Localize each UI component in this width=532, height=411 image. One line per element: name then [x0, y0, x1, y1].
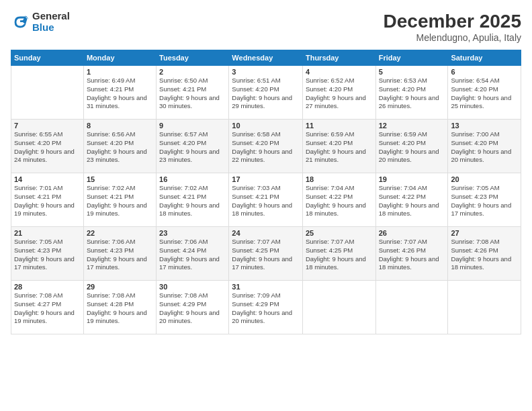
table-cell: 1Sunrise: 6:49 AM Sunset: 4:21 PM Daylig… [83, 66, 156, 120]
table-cell: 16Sunrise: 7:02 AM Sunset: 4:21 PM Dayli… [157, 173, 229, 227]
day-number: 1 [87, 68, 153, 76]
table-cell: 4Sunrise: 6:52 AM Sunset: 4:20 PM Daylig… [302, 66, 375, 120]
table-cell: 15Sunrise: 7:02 AM Sunset: 4:21 PM Dayli… [83, 173, 156, 227]
table-cell: 13Sunrise: 7:00 AM Sunset: 4:20 PM Dayli… [448, 120, 521, 173]
day-number: 7 [14, 122, 81, 130]
day-info: Sunrise: 6:57 AM Sunset: 4:20 PM Dayligh… [159, 130, 226, 165]
day-info: Sunrise: 6:52 AM Sunset: 4:20 PM Dayligh… [306, 77, 373, 111]
day-info: Sunrise: 7:08 AM Sunset: 4:27 PM Dayligh… [14, 291, 81, 326]
table-cell: 29Sunrise: 7:08 AM Sunset: 4:28 PM Dayli… [83, 281, 156, 334]
table-cell: 21Sunrise: 7:05 AM Sunset: 4:23 PM Dayli… [11, 227, 84, 281]
day-info: Sunrise: 7:05 AM Sunset: 4:23 PM Dayligh… [451, 184, 518, 218]
day-info: Sunrise: 7:03 AM Sunset: 4:21 PM Dayligh… [232, 184, 300, 218]
day-info: Sunrise: 7:01 AM Sunset: 4:21 PM Dayligh… [14, 184, 81, 218]
day-number: 8 [87, 122, 153, 130]
table-cell: 23Sunrise: 7:06 AM Sunset: 4:24 PM Dayli… [157, 227, 229, 281]
day-number: 10 [232, 122, 300, 130]
day-number: 19 [379, 175, 445, 183]
day-info: Sunrise: 7:02 AM Sunset: 4:21 PM Dayligh… [159, 184, 226, 218]
title-block: December 2025 Melendugno, Apulia, Italy [384, 11, 521, 43]
day-number: 4 [306, 68, 373, 76]
table-cell: 3Sunrise: 6:51 AM Sunset: 4:20 PM Daylig… [229, 66, 303, 120]
week-row-0: 1Sunrise: 6:49 AM Sunset: 4:21 PM Daylig… [11, 66, 521, 120]
day-number: 18 [306, 175, 373, 183]
day-number: 20 [451, 175, 518, 183]
header-tuesday: Tuesday [157, 50, 229, 66]
day-info: Sunrise: 7:09 AM Sunset: 4:29 PM Dayligh… [232, 291, 300, 326]
header-sunday: Sunday [11, 50, 84, 66]
table-cell [302, 281, 375, 334]
day-number: 29 [87, 283, 153, 291]
day-number: 13 [451, 122, 518, 130]
header: General Blue December 2025 Melendugno, A… [11, 11, 521, 43]
table-cell: 31Sunrise: 7:09 AM Sunset: 4:29 PM Dayli… [229, 281, 303, 334]
day-info: Sunrise: 7:08 AM Sunset: 4:28 PM Dayligh… [87, 291, 153, 326]
week-row-2: 14Sunrise: 7:01 AM Sunset: 4:21 PM Dayli… [11, 173, 521, 227]
day-info: Sunrise: 6:55 AM Sunset: 4:20 PM Dayligh… [14, 130, 81, 165]
table-cell: 28Sunrise: 7:08 AM Sunset: 4:27 PM Dayli… [11, 281, 84, 334]
table-cell: 26Sunrise: 7:07 AM Sunset: 4:26 PM Dayli… [375, 227, 448, 281]
day-info: Sunrise: 6:49 AM Sunset: 4:21 PM Dayligh… [87, 77, 153, 111]
day-number: 2 [159, 68, 226, 76]
table-cell: 24Sunrise: 7:07 AM Sunset: 4:25 PM Dayli… [229, 227, 303, 281]
table-cell: 9Sunrise: 6:57 AM Sunset: 4:20 PM Daylig… [157, 120, 229, 173]
day-number: 31 [232, 283, 300, 291]
table-cell: 20Sunrise: 7:05 AM Sunset: 4:23 PM Dayli… [448, 173, 521, 227]
day-number: 24 [232, 229, 300, 237]
day-number: 25 [306, 229, 373, 237]
day-info: Sunrise: 7:02 AM Sunset: 4:21 PM Dayligh… [87, 184, 153, 218]
table-cell: 18Sunrise: 7:04 AM Sunset: 4:22 PM Dayli… [302, 173, 375, 227]
table-cell [448, 281, 521, 334]
day-number: 6 [451, 68, 518, 76]
table-cell: 14Sunrise: 7:01 AM Sunset: 4:21 PM Dayli… [11, 173, 84, 227]
day-info: Sunrise: 6:50 AM Sunset: 4:21 PM Dayligh… [159, 77, 226, 111]
day-info: Sunrise: 7:06 AM Sunset: 4:23 PM Dayligh… [87, 238, 153, 272]
table-cell: 12Sunrise: 6:59 AM Sunset: 4:20 PM Dayli… [375, 120, 448, 173]
page: General Blue December 2025 Melendugno, A… [0, 0, 532, 411]
week-row-4: 28Sunrise: 7:08 AM Sunset: 4:27 PM Dayli… [11, 281, 521, 334]
table-cell: 17Sunrise: 7:03 AM Sunset: 4:21 PM Dayli… [229, 173, 303, 227]
day-number: 12 [379, 122, 445, 130]
header-friday: Friday [375, 50, 448, 66]
day-info: Sunrise: 7:05 AM Sunset: 4:23 PM Dayligh… [14, 238, 81, 272]
table-cell: 5Sunrise: 6:53 AM Sunset: 4:20 PM Daylig… [375, 66, 448, 120]
day-number: 15 [87, 175, 153, 183]
week-row-3: 21Sunrise: 7:05 AM Sunset: 4:23 PM Dayli… [11, 227, 521, 281]
day-number: 30 [159, 283, 226, 291]
table-cell: 10Sunrise: 6:58 AM Sunset: 4:20 PM Dayli… [229, 120, 303, 173]
header-thursday: Thursday [302, 50, 375, 66]
day-number: 3 [232, 68, 300, 76]
month-title: December 2025 [384, 11, 521, 32]
day-info: Sunrise: 7:04 AM Sunset: 4:22 PM Dayligh… [306, 184, 373, 218]
table-cell: 19Sunrise: 7:04 AM Sunset: 4:22 PM Dayli… [375, 173, 448, 227]
day-info: Sunrise: 7:08 AM Sunset: 4:26 PM Dayligh… [451, 238, 518, 272]
day-number: 23 [159, 229, 226, 237]
day-number: 27 [451, 229, 518, 237]
day-number: 26 [379, 229, 445, 237]
logo-text: General Blue [32, 11, 70, 33]
day-info: Sunrise: 6:59 AM Sunset: 4:20 PM Dayligh… [306, 130, 373, 165]
day-number: 28 [14, 283, 81, 291]
day-number: 9 [159, 122, 226, 130]
header-saturday: Saturday [448, 50, 521, 66]
logo: General Blue [11, 11, 70, 33]
day-info: Sunrise: 6:54 AM Sunset: 4:20 PM Dayligh… [451, 77, 518, 111]
day-info: Sunrise: 7:07 AM Sunset: 4:26 PM Dayligh… [379, 238, 445, 272]
day-info: Sunrise: 7:06 AM Sunset: 4:24 PM Dayligh… [159, 238, 226, 272]
day-info: Sunrise: 7:07 AM Sunset: 4:25 PM Dayligh… [306, 238, 373, 272]
day-number: 17 [232, 175, 300, 183]
day-info: Sunrise: 6:56 AM Sunset: 4:20 PM Dayligh… [87, 130, 153, 165]
day-number: 21 [14, 229, 81, 237]
logo-icon [11, 13, 30, 32]
table-cell: 2Sunrise: 6:50 AM Sunset: 4:21 PM Daylig… [157, 66, 229, 120]
day-number: 11 [306, 122, 373, 130]
table-cell: 11Sunrise: 6:59 AM Sunset: 4:20 PM Dayli… [302, 120, 375, 173]
table-cell: 8Sunrise: 6:56 AM Sunset: 4:20 PM Daylig… [83, 120, 156, 173]
table-cell: 7Sunrise: 6:55 AM Sunset: 4:20 PM Daylig… [11, 120, 84, 173]
day-number: 14 [14, 175, 81, 183]
table-cell: 25Sunrise: 7:07 AM Sunset: 4:25 PM Dayli… [302, 227, 375, 281]
table-cell [375, 281, 448, 334]
day-number: 16 [159, 175, 226, 183]
day-number: 22 [87, 229, 153, 237]
calendar-table: Sunday Monday Tuesday Wednesday Thursday… [11, 50, 521, 334]
